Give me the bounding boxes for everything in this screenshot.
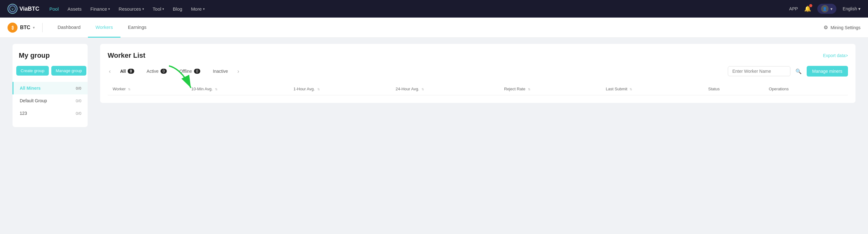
svg-text:V: V [11, 7, 13, 11]
sidebar-list: All Miners 0/0 Default Group 0/0 123 0/0 [12, 82, 88, 120]
tab-workers[interactable]: Workers [88, 18, 121, 37]
th-worker[interactable]: Worker ⇅ [107, 83, 186, 95]
manage-group-button[interactable]: Manage group [51, 66, 86, 76]
sidebar: My group Create group Manage group All M… [12, 44, 88, 127]
mining-settings-button[interactable]: ⚙ Mining Settings [824, 24, 861, 30]
nav-pool[interactable]: Pool [50, 6, 59, 11]
active-count-badge: 0 [160, 69, 167, 74]
nav-resources[interactable]: Resources ▾ [119, 6, 144, 11]
th-operations: Operations [764, 83, 848, 95]
search-button[interactable]: 🔍 [793, 67, 804, 76]
nav-more[interactable]: More ▾ [191, 6, 204, 11]
export-data-link[interactable]: Export data> [823, 53, 848, 58]
reject-rate-sort-icon: ⇅ [528, 87, 530, 91]
filter-tab-inactive[interactable]: Inactive [208, 67, 232, 76]
notification-bell-wrapper[interactable]: 🔔 [804, 5, 811, 12]
sidebar-item-default-group[interactable]: Default Group 0/0 [12, 95, 88, 107]
filter-prev-button[interactable]: ‹ [107, 67, 112, 76]
workers-table: Worker ⇅ 10-Min Avg. ⇅ 1-Hour Avg. ⇅ 2 [107, 83, 848, 95]
nav-finance[interactable]: Finance ▾ [90, 6, 110, 11]
search-icon: 🔍 [796, 69, 802, 74]
top-navigation: V ViaBTC Pool Assets Finance ▾ Resources… [0, 0, 868, 18]
table-header: Worker ⇅ 10-Min Avg. ⇅ 1-Hour Avg. ⇅ 2 [107, 83, 848, 95]
coin-selector[interactable]: ₿ BTC ▾ [7, 23, 35, 33]
nav-tool[interactable]: Tool ▾ [153, 6, 164, 11]
brand-name: ViaBTC [20, 6, 39, 12]
worker-sort-icon: ⇅ [128, 87, 130, 91]
offline-count-badge: 0 [194, 69, 200, 74]
resources-chevron-icon: ▾ [143, 7, 144, 11]
1hour-sort-icon: ⇅ [317, 87, 320, 91]
search-input[interactable] [728, 66, 790, 76]
user-menu[interactable]: 👤 ▾ [817, 4, 836, 14]
language-selector[interactable]: English ▾ [843, 6, 861, 11]
sidebar-item-123[interactable]: 123 0/0 [12, 107, 88, 120]
th-24hour[interactable]: 24-Hour Avg. ⇅ [391, 83, 499, 95]
th-last-submit[interactable]: Last Submit ⇅ [601, 83, 703, 95]
avatar: 👤 [821, 5, 829, 12]
pool-tabs: Dashboard Workers Earnings [50, 18, 816, 37]
nav-items: Pool Assets Finance ▾ Resources ▾ Tool ▾… [50, 6, 779, 11]
logo-icon: V [7, 4, 18, 14]
coin-chevron-icon: ▾ [33, 25, 35, 30]
vertical-divider [42, 23, 42, 32]
gear-icon: ⚙ [824, 24, 828, 30]
avatar-icon: 👤 [823, 7, 827, 11]
nav-blog[interactable]: Blog [173, 6, 182, 11]
filter-row: ‹ All 0 Active 0 Offline 0 Inactive › [107, 66, 848, 77]
th-10min[interactable]: 10-Min Avg. ⇅ [186, 83, 288, 95]
last-submit-sort-icon: ⇅ [629, 87, 632, 91]
nav-assets[interactable]: Assets [68, 6, 82, 11]
user-chevron-icon: ▾ [831, 7, 833, 11]
panel-header: Worker List Export data> [107, 51, 848, 60]
sidebar-actions: Create group Manage group [12, 66, 88, 82]
th-1hour[interactable]: 1-Hour Avg. ⇅ [288, 83, 391, 95]
tool-chevron-icon: ▾ [162, 7, 164, 11]
panel-title: Worker List [107, 51, 146, 60]
topnav-right: APP 🔔 👤 ▾ English ▾ [789, 4, 861, 14]
filter-next-button[interactable]: › [236, 67, 241, 76]
lang-chevron-icon: ▾ [858, 6, 861, 11]
btc-icon: ₿ [7, 23, 18, 33]
filter-tab-active[interactable]: Active 0 [143, 67, 172, 76]
sidebar-item-all-miners[interactable]: All Miners 0/0 [12, 82, 88, 95]
filter-tab-offline[interactable]: Offline 0 [175, 67, 205, 76]
main-panel: Worker List Export data> ‹ All 0 Active … [100, 44, 856, 103]
th-status: Status [703, 83, 764, 95]
24hour-sort-icon: ⇅ [422, 87, 424, 91]
manage-miners-button[interactable]: Manage miners [807, 66, 848, 77]
notification-badge [809, 4, 812, 7]
create-group-button[interactable]: Create group [16, 66, 49, 76]
coin-label: BTC [20, 25, 30, 30]
10min-sort-icon: ⇅ [215, 87, 217, 91]
all-count-badge: 0 [128, 69, 134, 74]
sidebar-title: My group [12, 51, 88, 66]
brand-logo[interactable]: V ViaBTC [7, 4, 39, 14]
app-button[interactable]: APP [789, 6, 798, 11]
filter-tab-all[interactable]: All 0 [116, 67, 138, 76]
tab-dashboard[interactable]: Dashboard [50, 18, 88, 37]
th-reject-rate[interactable]: Reject Rate ⇅ [499, 83, 601, 95]
more-chevron-icon: ▾ [203, 7, 205, 11]
tab-earnings[interactable]: Earnings [121, 18, 154, 37]
finance-chevron-icon: ▾ [108, 7, 110, 11]
search-area: 🔍 Manage miners [728, 66, 848, 77]
pool-subheader: ₿ BTC ▾ Dashboard Workers Earnings ⚙ Min… [0, 18, 868, 37]
